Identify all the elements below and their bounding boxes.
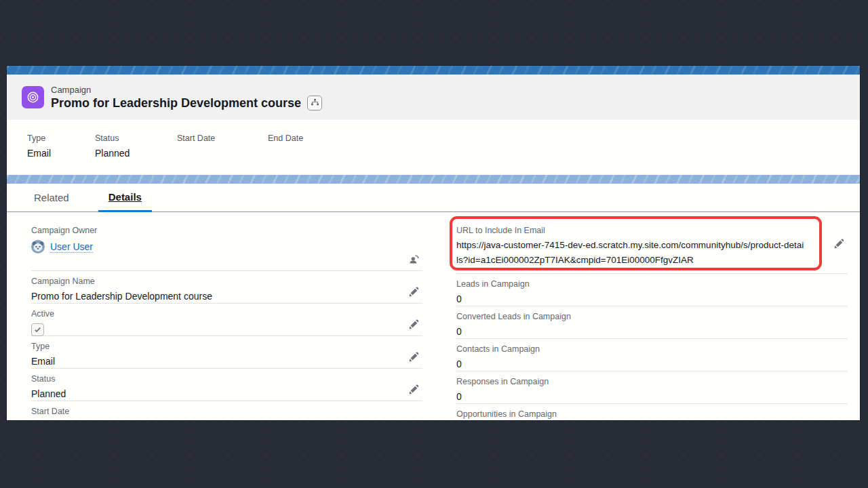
field-label: Active (31, 308, 422, 319)
edit-pencil-icon (409, 287, 419, 297)
salesforce-record-window: Campaign Promo for Leadership Developmen… (7, 66, 860, 420)
field-label: Campaign Owner (31, 225, 422, 236)
record-tabs: Related Details (7, 184, 860, 212)
field-url-to-include-in-email: URL to Include In Email https://java-cus… (456, 220, 848, 274)
tab-related[interactable]: Related (33, 184, 71, 211)
edit-type-button[interactable] (408, 351, 419, 362)
field-label: Start Date (177, 133, 268, 144)
campaign-target-icon (22, 86, 44, 108)
field-type: Type Email (31, 336, 422, 369)
field-value: Planned (31, 388, 422, 401)
highlight-field-status: Status Planned (95, 133, 177, 175)
field-campaign-owner: Campaign Owner (31, 220, 422, 271)
page-title: Promo for Leadership Development course (51, 96, 301, 110)
field-status: Status Planned (31, 369, 422, 401)
field-value: 0 (456, 293, 848, 306)
theme-banner (7, 66, 860, 75)
tab-details[interactable]: Details (98, 184, 152, 212)
field-label: Type (31, 341, 422, 352)
field-value: Email (27, 147, 95, 159)
edit-pencil-icon (409, 384, 419, 394)
field-contacts-in-campaign: Contacts in Campaign 0 (456, 339, 848, 371)
view-hierarchy-button[interactable] (307, 96, 322, 110)
field-label: Status (31, 373, 422, 384)
owner-link[interactable]: User User (50, 241, 93, 253)
field-responses-in-campaign: Responses in Campaign 0 (456, 371, 848, 404)
edit-pencil-icon (409, 352, 419, 362)
field-label: Leads in Campaign (456, 279, 848, 289)
field-value: https://java-customer-7415-dev-ed.scratc… (456, 238, 806, 267)
section-divider-banner (7, 175, 860, 184)
field-campaign-name: Campaign Name Promo for Leadership Devel… (31, 271, 422, 304)
edit-status-button[interactable] (408, 384, 419, 394)
field-label: Contacts in Campaign (456, 344, 848, 354)
field-value: 0 (456, 390, 848, 403)
edit-active-button[interactable] (408, 319, 419, 329)
record-highlights-header: Campaign Promo for Leadership Developmen… (7, 75, 860, 120)
highlight-field-start-date: Start Date (177, 133, 268, 175)
highlight-field-type: Type Email (27, 133, 95, 175)
field-label: Campaign Name (31, 276, 422, 287)
field-active: Active (31, 304, 422, 336)
field-label: Responses in Campaign (456, 376, 848, 387)
highlight-field-end-date: End Date (268, 133, 303, 175)
field-opportunities-in-campaign: Opportunities in Campaign (456, 404, 848, 420)
change-owner-button[interactable] (408, 253, 419, 264)
field-converted-leads-in-campaign: Converted Leads in Campaign 0 (456, 306, 848, 339)
field-start-date: Start Date (31, 401, 422, 420)
edit-pencil-icon (409, 319, 419, 329)
edit-campaign-name-button[interactable] (408, 286, 419, 297)
highlights-fields-row: Type Email Status Planned Start Date End… (7, 120, 860, 175)
edit-url-button[interactable] (833, 238, 844, 249)
hierarchy-icon (311, 98, 319, 107)
edit-pencil-icon (834, 239, 844, 249)
field-value: 0 (456, 325, 848, 338)
user-avatar (31, 240, 45, 253)
record-detail-card: Related Details Campaign Owner (7, 184, 860, 420)
field-label: Start Date (31, 406, 422, 417)
field-label: End Date (268, 133, 303, 144)
field-label: Type (27, 133, 95, 144)
entity-type-label: Campaign (51, 85, 322, 95)
field-value: Planned (95, 147, 177, 159)
change-owner-icon (408, 253, 420, 265)
field-label: Opportunities in Campaign (456, 409, 848, 420)
field-label: Converted Leads in Campaign (456, 311, 848, 322)
checked-checkbox (31, 323, 44, 336)
field-value: 0 (456, 358, 848, 371)
field-label: Status (95, 133, 177, 144)
field-leads-in-campaign: Leads in Campaign 0 (456, 274, 848, 306)
field-label: URL to Include In Email (456, 225, 848, 236)
field-value: Promo for Leadership Development course (31, 290, 422, 303)
field-value: Email (31, 355, 422, 368)
